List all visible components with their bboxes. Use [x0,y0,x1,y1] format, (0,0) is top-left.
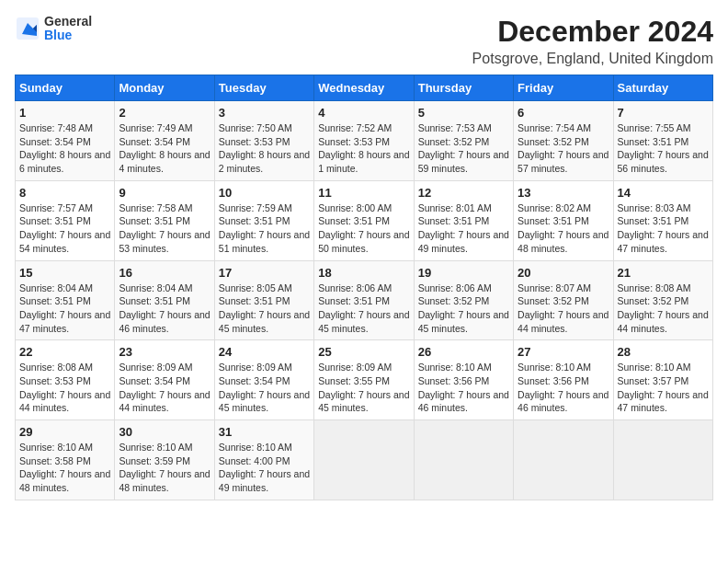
sunrise-label: Sunrise: 8:04 AM [119,282,192,293]
sunset-label: Sunset: 3:51 PM [318,295,390,306]
sunrise-label: Sunrise: 7:57 AM [19,202,93,213]
day-number: 17 [219,266,310,280]
calendar-cell: 15 Sunrise: 8:04 AM Sunset: 3:51 PM Dayl… [16,260,115,340]
sunrise-label: Sunrise: 8:08 AM [618,282,691,293]
day-number: 11 [318,186,409,200]
daylight-label: Daylight: 7 hours and 44 minutes. [119,389,210,414]
calendar-cell: 24 Sunrise: 8:09 AM Sunset: 3:54 PM Dayl… [214,340,313,420]
sunset-label: Sunset: 3:53 PM [219,136,290,147]
daylight-label: Daylight: 7 hours and 47 minutes. [19,309,110,334]
day-info: Sunrise: 8:06 AM Sunset: 3:52 PM Dayligh… [418,282,509,336]
day-number: 31 [219,425,310,439]
day-number: 27 [518,345,609,359]
day-info: Sunrise: 8:08 AM Sunset: 3:53 PM Dayligh… [19,361,110,415]
daylight-label: Daylight: 7 hours and 57 minutes. [518,149,609,174]
day-info: Sunrise: 8:00 AM Sunset: 3:51 PM Dayligh… [318,201,409,256]
logo-text: General Blue [44,15,92,43]
sunrise-label: Sunrise: 7:53 AM [418,122,492,133]
sunrise-label: Sunrise: 8:03 AM [618,202,691,213]
day-info: Sunrise: 7:55 AM Sunset: 3:51 PM Dayligh… [618,121,709,176]
daylight-label: Daylight: 7 hours and 51 minutes. [219,229,310,254]
day-number: 16 [119,266,210,280]
sunrise-label: Sunrise: 8:10 AM [518,362,591,373]
header-day-sunday: Sunday [16,75,115,101]
daylight-label: Daylight: 7 hours and 48 minutes. [119,468,210,493]
sunrise-label: Sunrise: 7:52 AM [318,122,392,133]
sunrise-label: Sunrise: 8:00 AM [318,202,392,213]
sunset-label: Sunset: 3:57 PM [618,375,689,386]
daylight-label: Daylight: 7 hours and 48 minutes. [19,468,110,493]
sunset-label: Sunset: 3:52 PM [418,136,490,147]
daylight-label: Daylight: 7 hours and 56 minutes. [618,149,709,174]
calendar-cell: 2 Sunrise: 7:49 AM Sunset: 3:54 PM Dayli… [115,101,214,181]
day-number: 2 [119,106,210,120]
sunrise-label: Sunrise: 8:09 AM [119,362,192,373]
calendar-cell: 31 Sunrise: 8:10 AM Sunset: 4:00 PM Dayl… [214,420,313,500]
sunrise-label: Sunrise: 7:55 AM [618,122,691,133]
day-info: Sunrise: 8:04 AM Sunset: 3:51 PM Dayligh… [119,282,210,336]
day-info: Sunrise: 7:50 AM Sunset: 3:53 PM Dayligh… [219,121,310,176]
daylight-label: Daylight: 8 hours and 1 minute. [318,149,409,174]
sunset-label: Sunset: 3:53 PM [19,375,91,386]
calendar-cell: 29 Sunrise: 8:10 AM Sunset: 3:58 PM Dayl… [16,420,115,500]
calendar-cell: 18 Sunrise: 8:06 AM Sunset: 3:51 PM Dayl… [314,260,414,340]
day-number: 5 [418,106,509,120]
logo-general: General [44,15,92,29]
day-number: 15 [19,266,110,280]
calendar-body: 1 Sunrise: 7:48 AM Sunset: 3:54 PM Dayli… [16,101,713,500]
day-info: Sunrise: 7:53 AM Sunset: 3:52 PM Dayligh… [418,121,509,176]
daylight-label: Daylight: 7 hours and 53 minutes. [119,229,210,254]
day-info: Sunrise: 8:10 AM Sunset: 3:56 PM Dayligh… [418,361,509,415]
day-number: 14 [618,186,709,200]
calendar-cell: 14 Sunrise: 8:03 AM Sunset: 3:51 PM Dayl… [613,180,712,260]
main-title: December 2024 [472,15,713,49]
sunset-label: Sunset: 3:55 PM [318,375,390,386]
calendar-cell: 30 Sunrise: 8:10 AM Sunset: 3:59 PM Dayl… [115,420,214,500]
daylight-label: Daylight: 7 hours and 46 minutes. [119,309,210,334]
calendar-cell: 22 Sunrise: 8:08 AM Sunset: 3:53 PM Dayl… [16,340,115,420]
day-number: 26 [418,345,509,359]
daylight-label: Daylight: 7 hours and 48 minutes. [518,229,609,254]
day-info: Sunrise: 8:07 AM Sunset: 3:52 PM Dayligh… [518,282,609,336]
day-number: 7 [618,106,709,120]
title-block: December 2024 Potsgrove, England, United… [472,15,713,67]
sunset-label: Sunset: 3:56 PM [518,375,589,386]
sunset-label: Sunset: 3:51 PM [518,215,589,226]
calendar-cell: 6 Sunrise: 7:54 AM Sunset: 3:52 PM Dayli… [514,101,613,181]
sunset-label: Sunset: 3:54 PM [119,136,190,147]
header-day-monday: Monday [115,75,214,101]
header-day-thursday: Thursday [414,75,513,101]
calendar-cell: 26 Sunrise: 8:10 AM Sunset: 3:56 PM Dayl… [414,340,513,420]
sunrise-label: Sunrise: 8:07 AM [518,282,591,293]
day-number: 6 [518,106,609,120]
day-info: Sunrise: 8:08 AM Sunset: 3:52 PM Dayligh… [618,282,709,336]
daylight-label: Daylight: 8 hours and 6 minutes. [19,149,110,174]
sunset-label: Sunset: 3:51 PM [318,215,390,226]
day-info: Sunrise: 7:57 AM Sunset: 3:51 PM Dayligh… [19,201,110,256]
sunset-label: Sunset: 3:52 PM [518,295,589,306]
calendar-cell: 12 Sunrise: 8:01 AM Sunset: 3:51 PM Dayl… [414,180,513,260]
daylight-label: Daylight: 7 hours and 46 minutes. [418,389,509,414]
calendar-cell: 25 Sunrise: 8:09 AM Sunset: 3:55 PM Dayl… [314,340,414,420]
calendar-cell: 3 Sunrise: 7:50 AM Sunset: 3:53 PM Dayli… [214,101,313,181]
sunrise-label: Sunrise: 8:10 AM [418,362,492,373]
sunset-label: Sunset: 3:52 PM [618,295,689,306]
day-number: 3 [219,106,310,120]
day-number: 28 [618,345,709,359]
daylight-label: Daylight: 7 hours and 50 minutes. [318,229,409,254]
calendar-cell [613,420,712,500]
header-row: SundayMondayTuesdayWednesdayThursdayFrid… [16,75,713,101]
sunrise-label: Sunrise: 7:48 AM [19,122,93,133]
week-row-2: 8 Sunrise: 7:57 AM Sunset: 3:51 PM Dayli… [16,180,713,260]
daylight-label: Daylight: 7 hours and 45 minutes. [418,309,509,334]
sunrise-label: Sunrise: 8:09 AM [318,362,392,373]
day-number: 30 [119,425,210,439]
day-number: 18 [318,266,409,280]
calendar-cell: 5 Sunrise: 7:53 AM Sunset: 3:52 PM Dayli… [414,101,513,181]
daylight-label: Daylight: 7 hours and 46 minutes. [518,389,609,414]
header-day-friday: Friday [514,75,613,101]
subtitle: Potsgrove, England, United Kingdom [472,51,713,67]
daylight-label: Daylight: 8 hours and 4 minutes. [119,149,210,174]
page-header: General Blue December 2024 Potsgrove, En… [15,15,713,67]
day-info: Sunrise: 7:58 AM Sunset: 3:51 PM Dayligh… [119,201,210,256]
